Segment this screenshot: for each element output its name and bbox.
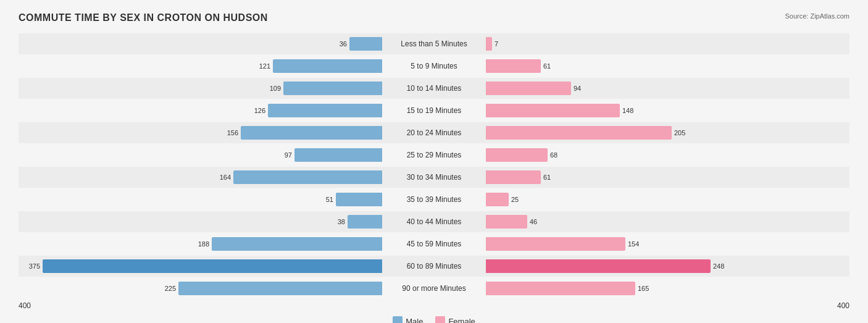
axis-left: 400: [19, 301, 385, 310]
female-value-label: 154: [628, 240, 639, 248]
female-value-label: 46: [530, 218, 537, 225]
legend-female-label: Female: [448, 317, 475, 324]
right-section: 7: [483, 35, 849, 52]
female-bar: [486, 170, 541, 184]
female-value-label: 205: [674, 129, 685, 136]
right-section: 61: [483, 57, 849, 75]
female-bar: [486, 259, 711, 273]
left-section: 188: [19, 235, 385, 253]
row-inner: 121 5 to 9 Minutes 61: [19, 57, 849, 75]
male-value-label: 225: [165, 285, 176, 292]
row-inner: 225 90 or more Minutes 165: [19, 280, 849, 297]
axis-right-val: 400: [837, 301, 849, 310]
row-inner: 51 35 to 39 Minutes 25: [19, 191, 849, 208]
left-section: 38: [19, 213, 385, 230]
female-value-label: 7: [495, 40, 498, 48]
male-value-label: 375: [29, 262, 40, 270]
category-label: 5 to 9 Minutes: [385, 62, 483, 70]
legend-male-box: [393, 316, 403, 323]
chart-row: 375 60 to 89 Minutes 248: [19, 256, 849, 277]
right-section: 248: [483, 258, 849, 275]
left-section: 164: [19, 169, 385, 186]
right-section: 46: [483, 213, 849, 230]
male-value-label: 188: [198, 240, 209, 248]
legend-female: Female: [435, 316, 475, 323]
left-section: 36: [19, 35, 385, 52]
category-label: 20 to 24 Minutes: [385, 128, 483, 137]
male-bar: [43, 259, 382, 273]
chart-row: 121 5 to 9 Minutes 61: [19, 56, 849, 77]
row-inner: 38 40 to 44 Minutes 46: [19, 213, 849, 230]
left-section: 375: [19, 258, 385, 275]
left-section: 51: [19, 191, 385, 208]
female-bar: [486, 37, 492, 51]
male-bar: [268, 104, 382, 117]
male-value-label: 126: [254, 107, 265, 114]
female-value-label: 25: [511, 196, 519, 203]
female-bar: [486, 193, 509, 206]
left-section: 121: [19, 57, 385, 75]
female-bar: [486, 104, 620, 117]
female-value-label: 248: [713, 262, 724, 270]
male-bar: [348, 215, 382, 229]
left-section: 97: [19, 146, 385, 164]
male-bar: [273, 59, 382, 73]
male-value-label: 51: [326, 196, 333, 203]
right-section: 25: [483, 191, 849, 208]
row-inner: 109 10 to 14 Minutes 94: [19, 80, 849, 97]
legend: Male Female: [19, 316, 849, 323]
chart-header: COMMUTE TIME BY SEX IN CROTON ON HUDSON …: [19, 12, 849, 23]
female-value-label: 165: [638, 285, 649, 292]
chart-row: 225 90 or more Minutes 165: [19, 278, 849, 299]
female-bar: [486, 82, 571, 95]
chart-body: 36 Less than 5 Minutes 7 121 5 to 9 Minu…: [19, 33, 849, 299]
right-section: 68: [483, 146, 849, 164]
male-bar: [349, 37, 382, 51]
chart-row: 126 15 to 19 Minutes 148: [19, 100, 849, 121]
male-bar: [212, 237, 382, 251]
category-label: 45 to 59 Minutes: [385, 240, 483, 248]
male-bar: [233, 170, 382, 184]
female-value-label: 61: [543, 174, 551, 181]
male-bar: [241, 126, 382, 140]
legend-male-label: Male: [406, 317, 423, 324]
category-label: 15 to 19 Minutes: [385, 106, 483, 115]
axis-right: 400: [483, 301, 849, 310]
legend-male: Male: [393, 316, 423, 323]
female-bar: [486, 282, 635, 295]
row-inner: 375 60 to 89 Minutes 248: [19, 258, 849, 275]
chart-title: COMMUTE TIME BY SEX IN CROTON ON HUDSON: [19, 12, 268, 23]
category-label: 60 to 89 Minutes: [385, 262, 483, 271]
female-bar: [486, 215, 527, 229]
female-bar: [486, 59, 541, 73]
female-value-label: 68: [550, 151, 557, 159]
left-section: 109: [19, 80, 385, 97]
category-label: 40 to 44 Minutes: [385, 217, 483, 226]
male-value-label: 164: [220, 174, 231, 181]
category-label: 30 to 34 Minutes: [385, 173, 483, 182]
chart-container: COMMUTE TIME BY SEX IN CROTON ON HUDSON …: [0, 0, 868, 323]
male-value-label: 121: [259, 62, 270, 70]
left-section: 225: [19, 280, 385, 297]
chart-row: 97 25 to 29 Minutes 68: [19, 145, 849, 166]
female-value-label: 148: [622, 107, 633, 114]
male-value-label: 38: [338, 218, 345, 225]
category-label: Less than 5 Minutes: [385, 40, 483, 48]
male-value-label: 36: [340, 40, 347, 48]
chart-source: Source: ZipAtlas.com: [785, 12, 849, 20]
right-section: 61: [483, 169, 849, 186]
male-value-label: 156: [227, 129, 238, 136]
female-value-label: 94: [574, 85, 581, 92]
male-value-label: 109: [270, 85, 281, 92]
row-inner: 156 20 to 24 Minutes 205: [19, 124, 849, 141]
row-inner: 188 45 to 59 Minutes 154: [19, 235, 849, 253]
male-bar: [283, 82, 382, 95]
female-value-label: 61: [543, 62, 551, 70]
right-section: 94: [483, 80, 849, 97]
right-section: 205: [483, 124, 849, 141]
category-label: 35 to 39 Minutes: [385, 195, 483, 204]
chart-row: 36 Less than 5 Minutes 7: [19, 33, 849, 54]
axis-left-val: 400: [19, 301, 31, 310]
right-section: 165: [483, 280, 849, 297]
category-label: 10 to 14 Minutes: [385, 84, 483, 93]
